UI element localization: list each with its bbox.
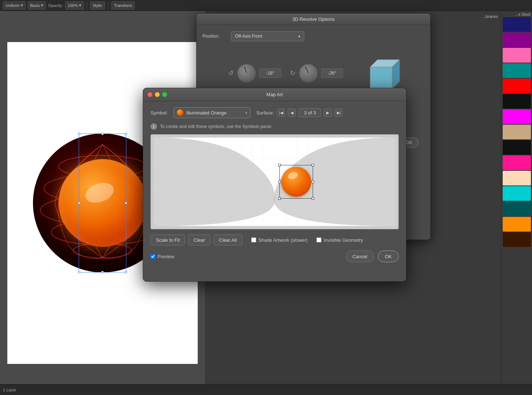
map-buttons-row: Scale to Fit Clear Clear All Shade Artwo… xyxy=(150,234,399,245)
symbol-color-dot xyxy=(177,109,183,116)
swatch-dark-blue[interactable] xyxy=(503,17,531,32)
revolve-title: 3D Revolve Options xyxy=(292,16,335,22)
symbol-select-box[interactable]: Illuminated Orange ▾ xyxy=(174,107,250,118)
divider1 xyxy=(87,2,87,9)
divider2 xyxy=(108,2,108,9)
map-action-buttons: Cancel OK xyxy=(346,251,399,262)
surface-value: 3 of 3 xyxy=(299,108,321,117)
svg-marker-5 xyxy=(370,67,392,89)
surface-prev-btn[interactable]: ◀ xyxy=(288,109,296,117)
swatch-darkbrown[interactable] xyxy=(503,232,531,247)
uniform-label: Uniform xyxy=(5,3,20,8)
handle-tl xyxy=(78,133,80,135)
info-row: i To create and edit these symbols, use … xyxy=(150,123,399,130)
dial-group-1: ↺ -18° xyxy=(228,64,281,82)
map-art-ok-button[interactable]: OK xyxy=(378,251,399,262)
right-color-panel: ...e Stock xyxy=(501,11,532,395)
clear-button[interactable]: Clear xyxy=(188,234,211,245)
opacity-text: Opacity: xyxy=(48,3,63,8)
swatch-pink[interactable] xyxy=(503,48,531,63)
symbol-select-text: Illuminated Orange xyxy=(186,110,242,116)
surface-next-btn[interactable]: ▶ xyxy=(324,109,332,117)
swatch-teal[interactable] xyxy=(503,63,531,78)
map-art-body: Symbol: Illuminated Orange ▾ Surface: |◀… xyxy=(143,101,406,268)
map-art-cancel-button[interactable]: Cancel xyxy=(346,251,374,262)
invisible-geometry-row: Invisible Geometry xyxy=(316,237,363,243)
angle2-value[interactable]: -26° xyxy=(321,68,343,78)
surface-group: Surface: |◀ ◀ 3 of 3 ▶ ▶| xyxy=(256,108,343,117)
invisible-geometry-checkbox[interactable] xyxy=(316,237,321,242)
map-art-dialog: Map Art Symbol: Illuminated Orange ▾ Sur… xyxy=(143,88,406,282)
layer-label: 1 Layer xyxy=(3,388,16,392)
swatch-red[interactable] xyxy=(503,79,531,93)
transform-btn[interactable]: Transform xyxy=(111,1,135,10)
position-dropdown[interactable]: Off-Axis Front ▾ xyxy=(231,31,304,41)
surface-label: Surface: xyxy=(256,110,274,116)
swatch-black[interactable] xyxy=(503,94,531,109)
swatch-hotpink[interactable] xyxy=(503,155,531,170)
stock-label: ...e Stock xyxy=(503,12,531,16)
position-label: Position: xyxy=(202,34,228,39)
dial-circle-1[interactable] xyxy=(237,64,256,82)
swatch-black2[interactable] xyxy=(503,140,531,155)
basic-dropdown[interactable]: Basic ▾ xyxy=(28,1,46,10)
map-preview-checkbox[interactable] xyxy=(150,254,155,259)
position-row: Position: Off-Axis Front ▾ xyxy=(202,31,424,41)
sel-handle-br xyxy=(312,197,314,200)
handle-br xyxy=(125,271,127,273)
top-toolbar: Uniform ▾ Basic ▾ Opacity: 100% ▾ Style:… xyxy=(0,0,532,11)
orange-ball-wrapper xyxy=(281,167,311,197)
style-box[interactable]: Style: xyxy=(90,1,105,10)
map-canvas-white xyxy=(154,138,395,226)
swatch-tan[interactable] xyxy=(503,125,531,139)
status-bar: 1 Layer xyxy=(0,384,532,395)
minimize-button[interactable] xyxy=(155,92,160,97)
handle-mr xyxy=(125,202,127,204)
info-icon: i xyxy=(150,123,157,130)
surface-last-btn[interactable]: ▶| xyxy=(335,109,343,117)
maximize-button[interactable] xyxy=(162,92,167,97)
swatch-purple[interactable] xyxy=(503,33,531,47)
position-arrow: ▾ xyxy=(298,34,300,38)
basic-label: Basic xyxy=(30,3,40,8)
sel-handle-tl xyxy=(278,164,281,166)
libraries-panel: ...braries xyxy=(472,11,501,22)
libraries-text: ...braries xyxy=(482,14,498,19)
clear-all-button[interactable]: Clear All xyxy=(213,234,242,245)
swatch-peach[interactable] xyxy=(503,171,531,185)
map-canvas-area[interactable] xyxy=(150,134,399,229)
handle-tm xyxy=(101,133,104,135)
titlebar-buttons xyxy=(148,92,167,97)
position-value: Off-Axis Front xyxy=(235,34,262,39)
map-art-titlebar: Map Art xyxy=(143,88,406,101)
dial-needle-2 xyxy=(305,67,309,73)
uniform-dropdown[interactable]: Uniform ▾ xyxy=(3,1,26,10)
map-bottom-row: Preview Cancel OK xyxy=(150,251,399,262)
map-art-svg xyxy=(154,138,395,226)
swatch-orange[interactable] xyxy=(503,217,531,232)
close-button[interactable] xyxy=(148,92,152,97)
scale-to-fit-button[interactable]: Scale to Fit xyxy=(150,234,185,245)
swatch-cyan[interactable] xyxy=(503,186,531,201)
shade-artwork-checkbox[interactable] xyxy=(251,237,256,242)
dial-circle-2[interactable] xyxy=(299,64,317,82)
style-label: Style: xyxy=(93,3,103,8)
sel-handle-mr xyxy=(312,181,314,183)
dial-needle-1 xyxy=(244,66,246,73)
swatch-darkteal[interactable] xyxy=(503,202,531,216)
handle-bl xyxy=(78,271,80,273)
dial-icon-2: ↻ xyxy=(290,69,295,77)
opacity-input[interactable]: 100% ▾ xyxy=(65,1,84,10)
surface-first-btn[interactable]: |◀ xyxy=(277,109,285,117)
dial-icon-1: ↺ xyxy=(228,69,234,77)
angle1-value[interactable]: -18° xyxy=(259,68,281,78)
shade-artwork-label: Shade Artwork (slower) xyxy=(258,237,308,243)
swatch-magenta[interactable] xyxy=(503,109,531,124)
revolve-titlebar: 3D Revolve Options xyxy=(197,14,430,25)
map-art-title: Map Art xyxy=(267,92,283,97)
handle-tr xyxy=(125,133,127,135)
sel-handle-ml xyxy=(278,181,281,183)
selection-box xyxy=(79,133,126,272)
selection-rect xyxy=(279,165,313,199)
shade-artwork-row: Shade Artwork (slower) xyxy=(251,237,308,243)
